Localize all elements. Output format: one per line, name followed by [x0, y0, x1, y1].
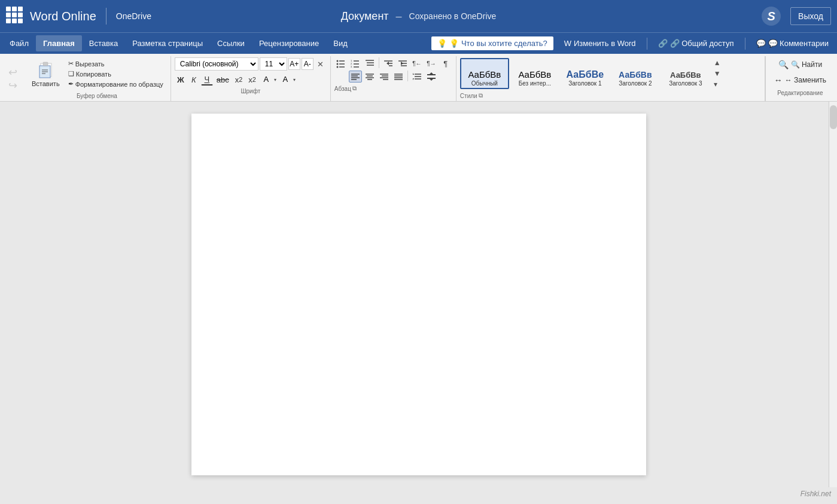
- format-painter-button[interactable]: ✒ Форматирование по образцу: [66, 79, 166, 89]
- show-formatting-button[interactable]: ¶: [439, 57, 452, 69]
- styles-content: АаБбВв Обычный АаБбВв Без интер... АаБбВ…: [460, 56, 722, 91]
- highlight-letter: А: [264, 75, 269, 84]
- font-family-select[interactable]: Calibri (основной): [175, 57, 258, 71]
- para-expand-icon[interactable]: ⧉: [352, 85, 357, 92]
- replace-button[interactable]: ↔ ↔ Заменить: [769, 73, 831, 87]
- para-row2: [349, 71, 438, 83]
- comments-button[interactable]: 💬 💬 Комментарии: [750, 36, 835, 50]
- clear-format-button[interactable]: ✕: [315, 58, 327, 70]
- menu-insert[interactable]: Вставка: [82, 35, 125, 51]
- style-heading1[interactable]: АаБбВе Заголовок 1: [561, 58, 610, 89]
- doc-title[interactable]: Документ: [341, 10, 389, 23]
- font-color-dropdown[interactable]: ▾: [293, 77, 296, 83]
- menu-home[interactable]: Главная: [36, 35, 82, 51]
- comments-icon: 💬: [756, 39, 766, 48]
- share-button[interactable]: 🔗 🔗 Общий доступ: [652, 36, 740, 50]
- redo-button[interactable]: ↪: [6, 79, 20, 92]
- onedrive-link[interactable]: OneDrive: [116, 11, 151, 21]
- word-icon: W: [564, 39, 571, 48]
- title-right: S Выход: [762, 7, 831, 26]
- scrollbar-thumb[interactable]: [830, 105, 837, 129]
- copy-icon: ❑: [68, 70, 74, 78]
- align-left-button[interactable]: [349, 71, 362, 83]
- copy-label: Копировать: [76, 71, 111, 78]
- cut-label: Вырезать: [75, 60, 105, 68]
- svg-point-10: [336, 66, 338, 68]
- line-spacing-button[interactable]: [410, 71, 424, 83]
- edit-content: 🔍 🔍 Найти ↔ ↔ Заменить: [769, 56, 831, 88]
- highlight-color-button[interactable]: А: [260, 74, 273, 85]
- strikethrough-button[interactable]: аbc: [214, 74, 232, 85]
- bullets-button[interactable]: [334, 57, 348, 69]
- menu-page-layout[interactable]: Разметка страницы: [125, 35, 210, 51]
- share-label: 🔗 Общий доступ: [670, 39, 734, 48]
- ribbon-top: ↩ ↪ Вставить: [0, 56, 837, 101]
- share-icon: 🔗: [658, 39, 668, 48]
- find-button[interactable]: 🔍 🔍 Найти: [774, 57, 827, 72]
- format-painter-label: Форматирование по образцу: [75, 81, 163, 88]
- undo-button[interactable]: ↩: [6, 66, 20, 79]
- numbering-button[interactable]: 1.2.3.: [349, 57, 362, 69]
- styles-label-text: Стили: [460, 93, 477, 99]
- vertical-scrollbar[interactable]: [829, 102, 837, 487]
- styles-scroll-down[interactable]: ▼: [713, 68, 722, 79]
- lightbulb-icon: 💡: [437, 39, 447, 48]
- para-spacing-button[interactable]: [425, 71, 438, 83]
- app-grid-icon[interactable]: [6, 7, 25, 26]
- what-do-button[interactable]: 💡 💡 Что вы хотите сделать?: [431, 36, 553, 50]
- bold-button[interactable]: Ж: [175, 74, 187, 85]
- decrease-indent-button[interactable]: [382, 57, 395, 69]
- decrease-font-size-button[interactable]: A-: [302, 58, 314, 70]
- menu-review[interactable]: Рецензирование: [252, 35, 326, 51]
- increase-font-size-button[interactable]: A+: [288, 58, 300, 70]
- menu-references[interactable]: Ссылки: [210, 35, 252, 51]
- increase-indent-button[interactable]: [396, 57, 409, 69]
- edit-in-word-button[interactable]: W Изменить в Word: [558, 36, 642, 50]
- align-right-button[interactable]: [378, 71, 391, 83]
- subscript-button[interactable]: x2: [233, 74, 245, 85]
- cut-button[interactable]: ✂ Вырезать: [66, 59, 166, 69]
- paragraph-label: Абзац ⧉: [334, 84, 452, 94]
- doc-title-area: Документ – Сохранено в OneDrive: [341, 10, 497, 23]
- menu-file[interactable]: Файл: [2, 35, 36, 51]
- font-select-row: Calibri (основной) 11 A+ A- ✕: [175, 57, 327, 71]
- copy-button[interactable]: ❑ Копировать: [66, 69, 166, 79]
- title-bar: Word Online OneDrive Документ – Сохранен…: [0, 0, 837, 32]
- svg-marker-48: [413, 73, 414, 75]
- styles-label: Стили ⧉: [460, 91, 761, 101]
- styles-expand[interactable]: ▾: [713, 79, 722, 90]
- underline-button[interactable]: Ч: [201, 74, 213, 85]
- style-no-spacing[interactable]: АаБбВв Без интер...: [510, 58, 559, 89]
- outline-button[interactable]: [363, 57, 376, 69]
- para-divider1: [379, 57, 379, 68]
- menu-divider-2: [745, 38, 745, 50]
- style-heading3[interactable]: АаБбВв Заголовок 3: [661, 58, 710, 89]
- justify-button[interactable]: [392, 71, 405, 83]
- superscript-button[interactable]: x2: [246, 74, 258, 85]
- italic-button[interactable]: К: [188, 74, 200, 85]
- style-heading2[interactable]: АаБбВв Заголовок 2: [611, 58, 660, 89]
- style-normal[interactable]: АаБбВв Обычный: [460, 58, 509, 89]
- edit-label: Редактирование: [769, 88, 831, 98]
- style-heading1-preview: АаБбВе: [567, 69, 604, 80]
- rtl-button[interactable]: ¶→: [425, 57, 438, 69]
- font-group: Calibri (основной) 11 A+ A- ✕ Ж К Ч аbc …: [171, 56, 331, 101]
- document-area: [0, 102, 837, 487]
- styles-expand-icon[interactable]: ⧉: [479, 92, 483, 99]
- highlight-dropdown[interactable]: ▾: [274, 77, 276, 83]
- font-label: Шрифт: [175, 87, 327, 96]
- menu-view[interactable]: Вид: [326, 35, 355, 51]
- style-no-spacing-name: Без интер...: [519, 80, 551, 87]
- comments-label: 💬 Комментарии: [768, 39, 829, 48]
- doc-separator: –: [396, 10, 402, 23]
- edit-group: 🔍 🔍 Найти ↔ ↔ Заменить Редактирование: [765, 56, 835, 101]
- ltr-button[interactable]: ¶←: [410, 57, 424, 69]
- styles-scroll-up[interactable]: ▲: [713, 57, 722, 68]
- font-color-button[interactable]: А: [279, 74, 292, 85]
- skype-icon[interactable]: S: [762, 7, 781, 26]
- paste-button[interactable]: Вставить: [27, 57, 65, 90]
- align-center-button[interactable]: [363, 71, 376, 83]
- font-size-select[interactable]: 11: [260, 57, 287, 71]
- document-page[interactable]: [191, 114, 646, 475]
- exit-button[interactable]: Выход: [790, 7, 831, 25]
